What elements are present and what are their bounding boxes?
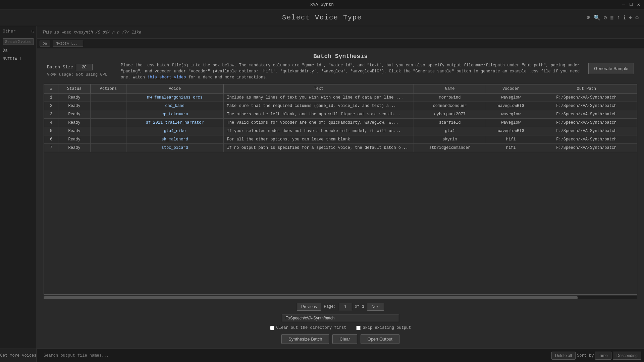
cell-num: 2	[44, 102, 58, 110]
col-header-voice: Voice	[126, 84, 223, 94]
sort-descending-button[interactable]: Descending	[613, 352, 641, 360]
cell-vocoder: waveglow	[486, 110, 536, 119]
cell-game: skyrim	[414, 135, 486, 144]
next-page-button[interactable]: Next	[367, 303, 384, 311]
cell-text: If no output path is specified for a spe…	[223, 144, 414, 152]
clear-directory-checkbox[interactable]	[270, 326, 274, 330]
bottom-right-controls: Delete all Sort by Time Descending	[551, 352, 644, 360]
table-row: 3 Ready cp_takemura The others can be le…	[44, 110, 637, 119]
action-buttons-row: Synthesize Batch Clear Open Output	[37, 332, 644, 349]
gpu-item-da[interactable]: Da	[40, 41, 50, 47]
cell-status: Ready	[58, 119, 91, 127]
delete-all-button[interactable]: Delete all	[551, 352, 576, 360]
table-row: 4 Ready sf_2021_trailer_narrator The val…	[44, 119, 637, 127]
cell-outpath: F:/Speech/xVA-Synth/batch	[536, 94, 637, 102]
cell-vocoder: waveglowBIG	[486, 127, 536, 135]
pagination-row: Previous Page: of 1 Next	[37, 301, 644, 313]
gear-icon[interactable]: ⚙	[635, 14, 639, 21]
page-of-text: of 1	[355, 304, 365, 309]
clear-button[interactable]: Clear	[332, 334, 357, 344]
cell-game: gta4	[414, 127, 486, 135]
short-video-link[interactable]: this short video	[147, 75, 186, 80]
cell-text: The valid options for vocoder are one of…	[223, 119, 414, 127]
cell-game: stbridgecommander	[414, 144, 486, 152]
batch-size-group: Batch Size VRAM usage: Not using GPU	[47, 62, 114, 77]
open-output-button[interactable]: Open Output	[361, 334, 399, 344]
skip-existing-label: Skip existing output	[363, 325, 411, 330]
window-controls[interactable]: ─ □ ✕	[621, 2, 641, 7]
title-bar: xVA Synth ─ □ ✕	[0, 0, 644, 9]
batch-panel: Batch Synthesis Batch Size VRAM usage: N…	[37, 48, 644, 349]
cell-voice: cnc_kane	[126, 102, 223, 110]
sidebar-search-input[interactable]	[3, 38, 34, 45]
batch-instructions: Place the .csv batch file(s) into the bo…	[121, 62, 582, 80]
cell-num: 3	[44, 110, 58, 119]
maximize-btn[interactable]: □	[628, 2, 634, 7]
cell-status: Ready	[58, 127, 91, 135]
cell-text: Include as many lines of text you wish w…	[223, 94, 414, 102]
cell-vocoder: waveglow	[486, 94, 536, 102]
window-title: xVA Synth	[310, 2, 334, 7]
settings-icon[interactable]: ⚙	[604, 14, 607, 21]
cell-actions	[91, 127, 126, 135]
sidebar-item-nvidia[interactable]: NVIDIA L...	[0, 55, 37, 64]
batch-size-input[interactable]	[76, 64, 93, 70]
list-icon[interactable]: ≣	[610, 14, 614, 21]
close-btn[interactable]: ✕	[636, 2, 641, 7]
sort-time-button[interactable]: Time	[595, 352, 611, 360]
clear-directory-checkbox-label[interactable]: Clear out the directory first	[270, 325, 346, 330]
cell-outpath: F:/Speech/xVA-Synth/batch	[536, 110, 637, 119]
cell-game: commandconquer	[414, 102, 486, 110]
page-number-input[interactable]	[339, 303, 352, 310]
col-header-text: Text	[223, 84, 414, 94]
cell-status: Ready	[58, 110, 91, 119]
cell-num: 6	[44, 135, 58, 144]
minimize-btn[interactable]: ─	[621, 2, 626, 7]
skip-existing-checkbox-label[interactable]: Skip existing output	[356, 325, 411, 330]
synthesize-batch-button[interactable]: Synthesize Batch	[281, 334, 329, 344]
bottom-search-container	[37, 353, 551, 358]
top-header: Select Voice Type æ 🔍 ⚙ ≣ ↑ ℹ ● ⚙	[0, 9, 644, 26]
sort-by-label: Sort by	[577, 353, 594, 358]
preview-text: This is what xvasynth /S p%/ n n /?/ lik…	[42, 30, 141, 35]
sidebar-header: Other ⇆	[0, 26, 37, 37]
cell-status: Ready	[58, 144, 91, 152]
table-row: 1 Ready mw_femaleargonians_orcs Include …	[44, 94, 637, 102]
sidebar-item-da[interactable]: Da	[0, 46, 37, 55]
col-header-outpath: Out Path	[536, 84, 637, 94]
main-content: This is what xvasynth /S p%/ n n /?/ lik…	[37, 26, 644, 349]
info-icon[interactable]: ℹ	[624, 14, 626, 21]
cell-vocoder: waveglow	[486, 119, 536, 127]
batch-size-text: Batch Size	[47, 65, 73, 70]
get-more-voices-button[interactable]: Get more voices	[0, 349, 37, 362]
ae-icon[interactable]: æ	[587, 15, 590, 21]
sidebar-icon[interactable]: ⇆	[31, 29, 34, 34]
horizontal-scrollbar[interactable]	[44, 296, 637, 299]
cell-game: cyberpunk2077	[414, 110, 486, 119]
gpu-bar: Da NVIDIA L...	[37, 39, 644, 48]
table-row: 7 Ready stbc_picard If no output path is…	[44, 144, 637, 152]
cell-actions	[91, 94, 126, 102]
user-icon[interactable]: ●	[629, 15, 632, 21]
output-search-input[interactable]	[44, 353, 545, 358]
table-row: 2 Ready cnc_kane Make sure that the requ…	[44, 102, 637, 110]
cell-outpath: F:/Speech/xVA-Synth/batch	[536, 144, 637, 152]
header-icons: æ 🔍 ⚙ ≣ ↑ ℹ ● ⚙	[587, 14, 639, 21]
skip-existing-checkbox[interactable]	[356, 326, 361, 330]
cell-voice: mw_femaleargonians_orcs	[126, 94, 223, 102]
previous-page-button[interactable]: Previous	[297, 303, 321, 311]
batch-info-row: Batch Size VRAM usage: Not using GPU Pla…	[37, 62, 644, 84]
search-icon[interactable]: 🔍	[594, 14, 600, 21]
cell-voice: cp_takemura	[126, 110, 223, 119]
output-path-input[interactable]	[282, 314, 399, 322]
generate-sample-button[interactable]: Generate Sample	[588, 63, 634, 74]
table-row: 5 Ready gta4_niko If your selected model…	[44, 127, 637, 135]
gpu-item-nvidia[interactable]: NVIDIA L...	[53, 41, 83, 47]
table-row: 6 Ready sk_malenord For all the other op…	[44, 135, 637, 144]
col-header-vocoder: Vocoder	[486, 84, 536, 94]
cell-voice: sk_malenord	[126, 135, 223, 144]
upload-icon[interactable]: ↑	[617, 15, 620, 21]
output-path-row	[37, 313, 644, 323]
col-header-game: Game	[414, 84, 486, 94]
cell-num: 1	[44, 94, 58, 102]
